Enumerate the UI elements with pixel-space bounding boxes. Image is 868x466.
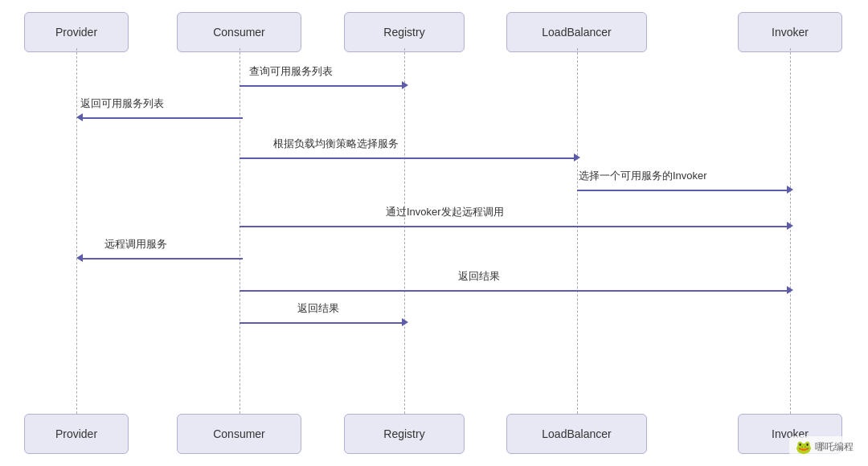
actor-loadbalancer-top: LoadBalancer xyxy=(506,12,647,52)
arrow-remote-service-label: 远程调用服务 xyxy=(104,237,167,251)
arrow-return-result1-label: 返回结果 xyxy=(458,269,500,284)
actor-provider-bottom: Provider xyxy=(24,414,129,454)
lifeline-provider xyxy=(76,48,77,418)
arrow-query-services xyxy=(240,78,408,94)
arrow-select-invoker xyxy=(577,182,793,198)
actor-consumer-bottom: Consumer xyxy=(177,414,301,454)
arrow-return-result2-label: 返回结果 xyxy=(297,301,339,316)
arrow-return-result1 xyxy=(240,283,793,299)
actor-provider-top: Provider xyxy=(24,12,129,52)
arrow-select-by-lb-label: 根据负载均衡策略选择服务 xyxy=(273,137,399,151)
watermark: 🐸 哪吒编程 xyxy=(789,436,860,458)
watermark-icon: 🐸 xyxy=(796,439,812,455)
actor-registry-top: Registry xyxy=(344,12,465,52)
arrow-remote-service xyxy=(76,251,243,267)
arrow-remote-call-invoker xyxy=(240,219,793,235)
arrow-query-services-label: 查询可用服务列表 xyxy=(249,64,333,79)
arrow-return-services-label: 返回可用服务列表 xyxy=(80,96,164,111)
watermark-text: 哪吒编程 xyxy=(815,440,854,454)
arrow-select-by-lb xyxy=(240,150,580,166)
arrow-return-result2 xyxy=(240,315,408,331)
arrow-select-invoker-label: 选择一个可用服务的Invoker xyxy=(579,169,707,183)
arrow-return-services xyxy=(76,110,243,126)
actor-registry-bottom: Registry xyxy=(344,414,465,454)
sequence-diagram: Provider Consumer Registry LoadBalancer … xyxy=(0,0,868,466)
actor-loadbalancer-bottom: LoadBalancer xyxy=(506,414,647,454)
actor-consumer-top: Consumer xyxy=(177,12,301,52)
actor-invoker-top: Invoker xyxy=(738,12,842,52)
arrow-remote-call-invoker-label: 通过Invoker发起远程调用 xyxy=(386,205,504,219)
